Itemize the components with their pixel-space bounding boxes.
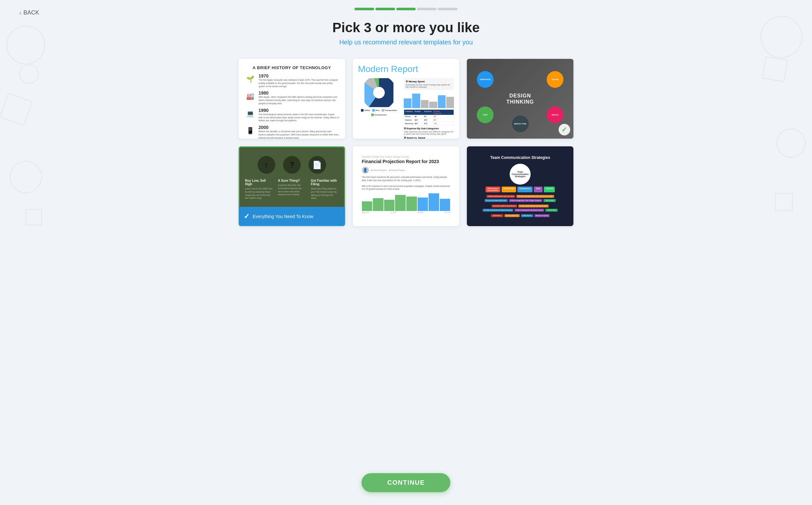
page-subtitle: Help us recommend relevant templates for… — [339, 39, 473, 46]
progress-seg-4 — [417, 8, 437, 10]
section-buy-low-text: Learn how to turn $500 into $1,000 by fo… — [245, 187, 273, 200]
history-row-2000: 📱 2000 Before this decade, a cell phone … — [244, 125, 339, 139]
document-icon: 📄 — [309, 156, 326, 174]
continue-container: CONTINUE — [362, 473, 450, 492]
template-card-modern-report[interactable]: Modern Report Utilities — [353, 59, 459, 139]
question-icon: ? — [283, 156, 301, 174]
template-card-buy-low[interactable]: ↑ ? 📄 Buy Low, Sell High Learn how to tu… — [239, 146, 345, 226]
dt-node-ideate: IDEATE — [547, 107, 563, 123]
progress-seg-2 — [375, 8, 395, 10]
template-card-team-communication[interactable]: Team Communication Strategies TeamCommun… — [467, 146, 573, 226]
back-button[interactable]: ‹ BACK — [19, 9, 39, 16]
banner-label: Everything You Need To Know — [253, 214, 313, 219]
section-filing-text: What does filing mean for you? We break … — [311, 187, 338, 200]
template-card-financial[interactable]: Graphic Gorilla The Online Design Studio… — [353, 146, 459, 226]
pie-chart — [364, 78, 393, 107]
avatar: 👤 — [362, 167, 369, 174]
team-box-ongoing: Ongoing — [544, 187, 555, 192]
selected-checkmark: ✓ — [559, 124, 570, 135]
section-sure-thing-title: A Sure Thing? — [278, 179, 306, 182]
continue-button[interactable]: CONTINUE — [362, 473, 450, 492]
team-title: Team Communication Strategies — [476, 155, 564, 160]
team-box-transparency: Transparency — [517, 187, 533, 192]
team-box-perf: PerformanceExpectations — [485, 187, 500, 192]
fin-body-text: This brief report examines the past year… — [362, 176, 450, 182]
history-row-1970: 🌱 1970 The first Apple computer was rele… — [244, 73, 339, 88]
selected-banner: ✓ Everything You Need To Know — [239, 207, 345, 226]
design-thinking-title: DESIGNTHINKING — [506, 93, 534, 105]
dt-node-empathize: EMPATHIZE — [477, 71, 493, 88]
section-buy-low-title: Buy Low, Sell High — [245, 179, 273, 186]
page-title: Pick 3 or more you like — [332, 20, 480, 35]
chevron-left-icon: ‹ — [19, 9, 22, 16]
history-row-1990: 💻 1990 The technological advancements ma… — [244, 108, 339, 122]
progress-seg-3 — [396, 8, 416, 10]
banner-checkmark: ✓ — [244, 212, 249, 221]
team-box-tools: Tools — [534, 187, 542, 192]
history-icon-1990: 💻 — [244, 108, 256, 119]
section-filing-title: Get Familiar with Filing — [311, 179, 338, 186]
arrow-up-icon: ↑ — [257, 156, 275, 174]
dt-node-define: DEFINE — [547, 71, 563, 88]
dt-node-prototype: PROTO-TYPE — [512, 116, 529, 132]
history-icon-1970: 🌱 — [244, 73, 256, 85]
card-history-title: A BRIEF HISTORY OF TECHNOLOGY — [244, 65, 339, 70]
back-label: BACK — [23, 9, 39, 16]
fin-title: Financial Projection Report for 2023 — [362, 159, 450, 164]
progress-seg-1 — [354, 8, 374, 10]
header: ‹ BACK Pick 3 or more you like Help us r… — [0, 0, 812, 59]
modern-report-title: Modern Report — [358, 64, 454, 74]
dt-node-test: TEST — [477, 107, 493, 123]
svg-point-3 — [367, 81, 390, 104]
template-card-design-thinking[interactable]: DESIGNTHINKING EMPATHIZE DEFINE TEST IDE… — [467, 59, 573, 139]
section-sure-thing-text: A word to the wise: the investment indus… — [278, 184, 306, 196]
fin-subtitle: Graphic Gorilla The Online Design Studio — [362, 155, 450, 158]
progress-bar — [354, 8, 458, 10]
history-icon-2000: 📱 — [244, 125, 256, 136]
progress-seg-5 — [438, 8, 458, 10]
history-icon-1980: 🏭 — [244, 91, 256, 102]
team-box-goals: Goal Setting — [502, 187, 516, 192]
team-center-node: TeamCommunicationStrategies — [510, 164, 531, 185]
templates-grid: A BRIEF HISTORY OF TECHNOLOGY 🌱 1970 The… — [213, 59, 599, 239]
history-row-1980: 🏭 1980 After Apple, other companies like… — [244, 91, 339, 105]
template-card-history[interactable]: A BRIEF HISTORY OF TECHNOLOGY 🌱 1970 The… — [239, 59, 345, 139]
